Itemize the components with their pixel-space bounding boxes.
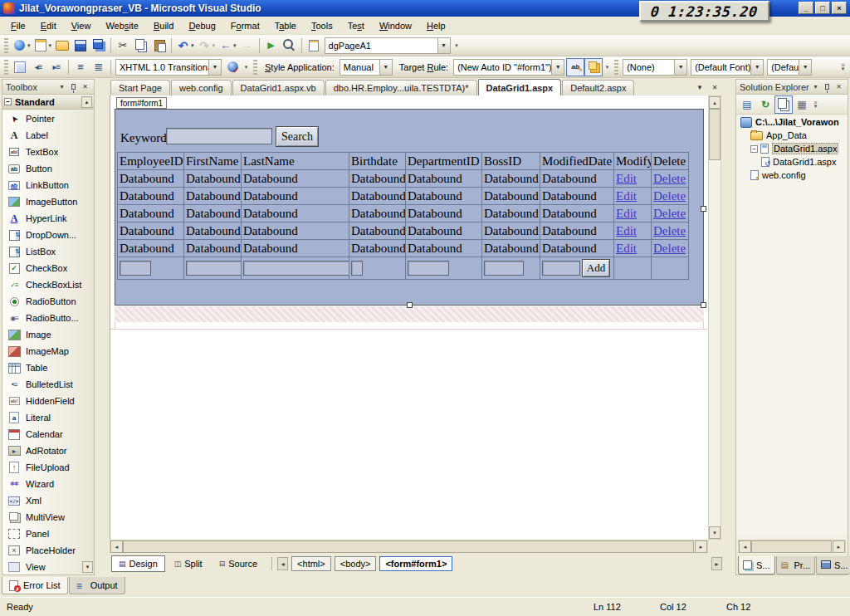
add-new-item-dropdown-icon[interactable]: ▾ (49, 42, 52, 49)
toolbox-item-textbox[interactable]: TextBox (2, 144, 94, 160)
menu-debug[interactable]: Debug (181, 18, 222, 33)
scroll-down-icon[interactable]: ▼ (709, 526, 721, 539)
target-rule-combo[interactable]: (New Auto ID "#form1")▼ (453, 59, 564, 76)
toolbox-scroll-down-button[interactable]: ▼ (82, 561, 93, 573)
tab-datagrid1-aspx[interactable]: DataGrid1.aspx (478, 79, 562, 95)
toolbox-menu-icon[interactable]: ▾ (56, 81, 67, 92)
delete-link[interactable]: Delete (653, 224, 686, 237)
bullets-button[interactable] (71, 58, 90, 76)
server-explorer-tab[interactable]: S... (816, 556, 850, 574)
form-tag-chip[interactable]: form#form1 (116, 97, 167, 109)
doctype-combo-dropdown-icon[interactable]: ▼ (208, 60, 221, 75)
view-in-browser-button[interactable] (281, 37, 299, 55)
properties-tab[interactable]: Pr... (776, 556, 816, 574)
doctype-combo[interactable]: XHTML 1.0 Transitional (▼ (115, 59, 222, 76)
redo-button[interactable]: ▾ (196, 37, 217, 55)
menu-format[interactable]: Format (223, 18, 267, 33)
solution-explorer-menu-icon[interactable]: ▾ (810, 81, 821, 92)
resize-handle-corner[interactable] (701, 302, 706, 308)
toolbox-item-multiview[interactable]: MultiView (2, 509, 94, 526)
toolbox-item-panel[interactable]: Panel (2, 526, 94, 542)
toolbar-gripper[interactable] (4, 60, 8, 75)
cut-button[interactable] (114, 37, 132, 55)
paste-button[interactable] (150, 37, 169, 55)
page-combo[interactable]: dgPageA1▼ (325, 37, 451, 54)
grid-input-firstname[interactable] (186, 261, 242, 276)
toolbar-gripper[interactable] (253, 60, 257, 75)
grid-input-departmentid[interactable] (408, 261, 449, 276)
minimize-button[interactable]: _ (799, 2, 813, 14)
vertical-scroll-thumb[interactable] (709, 109, 721, 160)
close-document-icon[interactable]: ✕ (709, 81, 721, 93)
menu-file[interactable]: File (3, 18, 33, 33)
resize-handle-bottom[interactable] (407, 302, 413, 308)
toolbox-pin-icon[interactable] (68, 81, 79, 92)
undo-dropdown-icon[interactable]: ▾ (191, 42, 194, 49)
nest-related-files-button[interactable] (774, 95, 793, 114)
toolbox-item-placeholder[interactable]: PlaceHolder (2, 542, 94, 559)
navigate-backward-button[interactable]: ▾ (217, 37, 238, 55)
menu-table[interactable]: Table (267, 18, 304, 33)
show-details-button[interactable] (11, 58, 29, 76)
split-view-button[interactable]: ◫ Split (167, 555, 210, 572)
edit-link[interactable]: Edit (616, 207, 637, 220)
toolbar-options-icon[interactable]: ≡▾ (838, 59, 848, 76)
add-button[interactable]: Add (582, 259, 610, 277)
navigate-backward-dropdown-icon[interactable]: ▾ (233, 42, 237, 49)
toolbox-item-literal[interactable]: Literal (2, 409, 94, 426)
menu-view[interactable]: View (64, 18, 99, 33)
keyword-input[interactable] (166, 128, 272, 144)
save-button[interactable] (71, 37, 90, 55)
numbering-button[interactable] (90, 58, 108, 76)
refresh-button[interactable] (756, 95, 774, 114)
page-combo-dropdown-icon[interactable]: ▼ (437, 38, 450, 53)
restore-button[interactable]: □ (815, 2, 830, 14)
toolbox-item-dropdown-[interactable]: DropDown... (2, 227, 94, 243)
toolbox-item-button[interactable]: Button (2, 160, 94, 177)
solution-explorer-scrollbar[interactable]: ◄ ► (738, 540, 846, 553)
tree-node-web-config[interactable]: web.config (736, 169, 848, 182)
grid-input-bossid[interactable] (484, 261, 524, 276)
menu-edit[interactable]: Edit (33, 18, 64, 33)
toolbox-item-bulletedlist[interactable]: BulletedList (2, 376, 94, 393)
menu-website[interactable]: Website (98, 18, 146, 33)
design-surface[interactable]: form#form1 Keyword Search EmployeeIDFirs… (110, 95, 708, 540)
toolbox-item-radiobutton[interactable]: RadioButton (2, 293, 94, 310)
font-combo-dropdown-icon[interactable]: ▼ (750, 60, 763, 75)
scroll-left-icon[interactable]: ◄ (110, 540, 123, 553)
se-scroll-right-icon[interactable]: ► (833, 540, 845, 553)
font-combo[interactable]: (Default Font)▼ (691, 59, 764, 76)
toolbox-item-hyperlink[interactable]: HyperLink (2, 210, 94, 227)
resize-handle-right[interactable] (701, 206, 706, 212)
tree-node-datagrid1-aspx[interactable]: −DataGrid1.aspx (736, 142, 848, 155)
new-website-button[interactable]: ▾ (11, 37, 32, 55)
close-button[interactable]: × (832, 2, 847, 14)
toolbox-item-checkbox[interactable]: CheckBox (2, 260, 94, 276)
collapse-group-icon[interactable]: − (4, 98, 12, 105)
grid-input-lastname[interactable] (243, 261, 349, 276)
toolbar-gripper[interactable] (614, 60, 618, 75)
undo-button[interactable]: ▾ (174, 37, 196, 55)
menu-tools[interactable]: Tools (304, 18, 340, 33)
toolbox-item-imagemap[interactable]: ImageMap (2, 343, 94, 359)
edit-link[interactable]: Edit (616, 172, 637, 185)
grid-input-modifieddate[interactable] (542, 261, 580, 276)
error-list-tab[interactable]: Error List (2, 577, 68, 594)
css-class-combo[interactable]: (None)▼ (623, 59, 687, 76)
add-new-item-button[interactable]: ▾ (32, 37, 54, 55)
delete-link[interactable]: Delete (653, 189, 686, 203)
tag-body[interactable]: <body> (335, 556, 377, 571)
search-button[interactable]: Search (276, 126, 319, 147)
toolbar-overflow-icon[interactable]: ▾ (242, 59, 251, 76)
toolbox-item-linkbutton[interactable]: LinkButton (2, 177, 94, 193)
edit-link[interactable]: Edit (616, 189, 637, 203)
designer-grid[interactable]: EmployeeIDFirstNameLastNameBirthdateDepa… (117, 152, 689, 280)
grid-input-employeeid[interactable] (120, 261, 151, 276)
source-view-button[interactable]: ⊟ Source (212, 555, 265, 572)
style-application-combo[interactable]: Manual▼ (340, 59, 393, 76)
delete-link[interactable]: Delete (653, 172, 686, 185)
se-toolbar-overflow-icon[interactable]: »▾ (811, 96, 820, 113)
toolbar-overflow-icon[interactable]: ▾ (603, 59, 612, 76)
properties-button[interactable] (738, 95, 756, 114)
menu-help[interactable]: Help (419, 18, 453, 33)
